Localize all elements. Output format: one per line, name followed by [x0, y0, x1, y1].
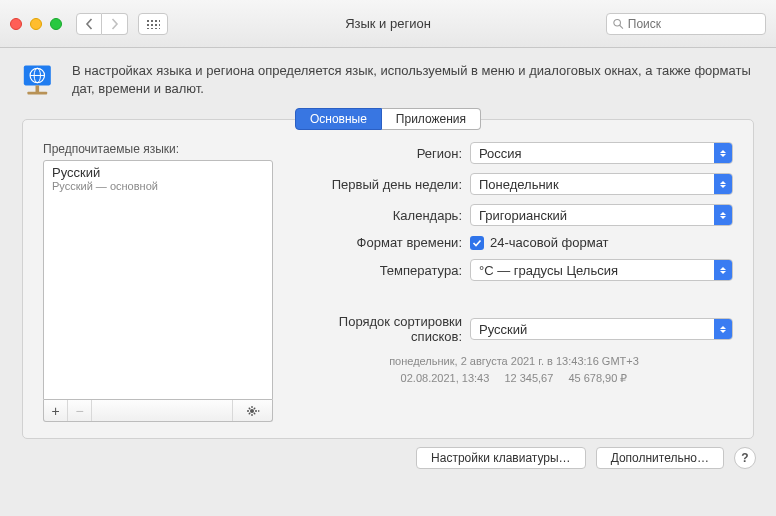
- back-button[interactable]: [76, 13, 102, 35]
- search-input[interactable]: [628, 17, 759, 31]
- language-actions-button[interactable]: [232, 400, 272, 421]
- region-settings-column: Регион: Россия Первый день недели: Понед…: [295, 142, 733, 422]
- forward-button[interactable]: [102, 13, 128, 35]
- svg-line-13: [248, 408, 249, 409]
- header-description: В настройках языка и региона определяетс…: [72, 62, 754, 98]
- list-footer: + −: [43, 400, 273, 422]
- svg-line-14: [253, 413, 254, 414]
- region-select[interactable]: Россия: [470, 142, 733, 164]
- first-day-label: Первый день недели:: [295, 177, 470, 192]
- temperature-label: Температура:: [295, 263, 470, 278]
- updown-icon: [714, 174, 732, 194]
- nav-buttons: [76, 13, 128, 35]
- keyboard-settings-button[interactable]: Настройки клавиатуры…: [416, 447, 586, 469]
- calendar-select[interactable]: Григорианский: [470, 204, 733, 226]
- zoom-window[interactable]: [50, 18, 62, 30]
- time-format-checkbox-label: 24-часовой формат: [490, 235, 609, 250]
- sort-order-label: Порядок сортировки списков:: [295, 314, 470, 344]
- show-all-button[interactable]: [138, 13, 168, 35]
- calendar-label: Календарь:: [295, 208, 470, 223]
- add-language-button[interactable]: +: [44, 400, 68, 421]
- header: В настройках языка и региона определяетс…: [0, 48, 776, 108]
- search-icon: [613, 18, 624, 30]
- language-name: Русский: [52, 165, 264, 180]
- svg-rect-6: [36, 85, 40, 92]
- tab-general[interactable]: Основные: [295, 108, 382, 130]
- sort-order-select[interactable]: Русский: [470, 318, 733, 340]
- svg-line-15: [248, 413, 249, 414]
- language-subtitle: Русский — основной: [52, 180, 264, 192]
- tab-apps[interactable]: Приложения: [382, 108, 481, 130]
- updown-icon: [714, 319, 732, 339]
- titlebar: Язык и регион: [0, 0, 776, 48]
- advanced-button[interactable]: Дополнительно…: [596, 447, 724, 469]
- svg-line-16: [253, 408, 254, 409]
- svg-point-0: [614, 19, 621, 26]
- time-format-label: Формат времени:: [295, 235, 470, 250]
- svg-line-1: [620, 25, 623, 28]
- chevron-left-icon: [85, 18, 94, 30]
- help-button[interactable]: ?: [734, 447, 756, 469]
- preferred-languages-column: Предпочитаемые языки: Русский Русский — …: [43, 142, 273, 422]
- grid-icon: [146, 19, 160, 29]
- languages-list[interactable]: Русский Русский — основной: [43, 160, 273, 400]
- window-controls: [10, 18, 62, 30]
- bottom-bar: Настройки клавиатуры… Дополнительно… ?: [0, 439, 776, 477]
- svg-point-8: [250, 409, 254, 413]
- tabs: Основные Приложения: [0, 108, 776, 130]
- updown-icon: [714, 205, 732, 225]
- time-format-checkbox[interactable]: [470, 236, 484, 250]
- check-icon: [472, 238, 482, 248]
- preferred-languages-label: Предпочитаемые языки:: [43, 142, 273, 156]
- updown-icon: [714, 143, 732, 163]
- list-item[interactable]: Русский Русский — основной: [52, 165, 264, 192]
- svg-rect-7: [27, 92, 47, 95]
- region-label: Регион:: [295, 146, 470, 161]
- first-day-select[interactable]: Понедельник: [470, 173, 733, 195]
- lang-region-icon: [22, 62, 58, 98]
- format-example: понедельник, 2 августа 2021 г. в 13:43:1…: [295, 353, 733, 386]
- temperature-select[interactable]: °C — градусы Цельсия: [470, 259, 733, 281]
- remove-language-button[interactable]: −: [68, 400, 92, 421]
- chevron-right-icon: [110, 18, 119, 30]
- settings-panel: Предпочитаемые языки: Русский Русский — …: [22, 119, 754, 439]
- close-window[interactable]: [10, 18, 22, 30]
- minimize-window[interactable]: [30, 18, 42, 30]
- search-field[interactable]: [606, 13, 766, 35]
- gear-icon: [246, 404, 260, 418]
- updown-icon: [714, 260, 732, 280]
